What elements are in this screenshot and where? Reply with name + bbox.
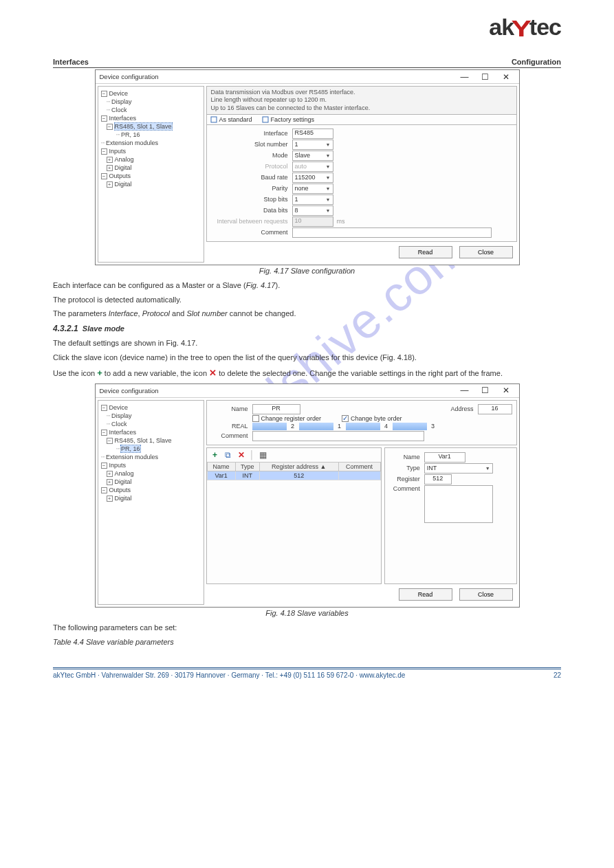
tree-pane[interactable]: −Device ┈ Display ┈ Clock −Interfaces −R… bbox=[98, 400, 204, 605]
tree-display[interactable]: Display bbox=[111, 412, 132, 419]
footer-page-number: 22 bbox=[553, 671, 561, 679]
tree-expand-icon[interactable]: + bbox=[107, 471, 113, 477]
table-row[interactable]: Var1 INT 512 bbox=[207, 471, 380, 480]
tree-rs485[interactable]: RS485, Slot 1, Slave bbox=[115, 437, 172, 444]
tree-interfaces[interactable]: Interfaces bbox=[109, 115, 137, 122]
comment-field[interactable] bbox=[252, 431, 424, 441]
col-comment[interactable]: Comment bbox=[338, 462, 380, 471]
variable-table[interactable]: Name Type Register address ▲ Comment Var… bbox=[207, 462, 381, 480]
tree-collapse-icon[interactable]: − bbox=[101, 173, 107, 179]
as-standard-button[interactable]: As standard bbox=[210, 116, 252, 123]
tree-inputs[interactable]: Inputs bbox=[109, 462, 127, 469]
col-type[interactable]: Type bbox=[235, 462, 259, 471]
tree-expand-icon[interactable]: + bbox=[107, 165, 113, 171]
interval-label: Interval between requests bbox=[211, 218, 292, 225]
parity-select[interactable]: none▼ bbox=[292, 183, 333, 194]
real-label: REAL bbox=[211, 423, 252, 430]
slave-para-3: Use the icon + to add a new variable, th… bbox=[53, 367, 561, 379]
col-register[interactable]: Register address ▲ bbox=[259, 462, 338, 471]
tree-digital[interactable]: Digital bbox=[115, 478, 132, 485]
tree-analog[interactable]: Analog bbox=[115, 156, 134, 163]
tree-inputs[interactable]: Inputs bbox=[109, 148, 127, 155]
tree-collapse-icon[interactable]: − bbox=[101, 91, 107, 97]
tree-collapse-icon[interactable]: − bbox=[101, 148, 107, 155]
close-button[interactable]: ✕ bbox=[497, 386, 515, 396]
plus-icon: + bbox=[97, 368, 102, 378]
grid-button[interactable]: ▦ bbox=[258, 450, 267, 460]
comment-field[interactable] bbox=[292, 227, 492, 238]
interval-unit: ms bbox=[337, 218, 345, 225]
baud-select[interactable]: 115200▼ bbox=[292, 173, 333, 183]
tree-digital[interactable]: Digital bbox=[115, 164, 132, 171]
tree-expand-icon[interactable]: + bbox=[107, 157, 113, 163]
col-name[interactable]: Name bbox=[207, 462, 235, 471]
databits-label: Data bits bbox=[211, 207, 292, 214]
tree-expand-icon[interactable]: + bbox=[107, 479, 113, 485]
tree-collapse-icon[interactable]: − bbox=[107, 124, 113, 130]
read-button[interactable]: Read bbox=[399, 588, 452, 601]
read-button[interactable]: Read bbox=[399, 246, 452, 258]
databits-select[interactable]: 8▼ bbox=[292, 205, 333, 216]
tree-device[interactable]: Device bbox=[109, 90, 129, 97]
var-comment-field[interactable] bbox=[424, 485, 493, 523]
close-button[interactable]: ✕ bbox=[497, 71, 515, 82]
tree-collapse-icon[interactable]: − bbox=[101, 405, 107, 411]
tree-collapse-icon[interactable]: − bbox=[101, 430, 107, 436]
tree-digital-out[interactable]: Digital bbox=[115, 181, 132, 188]
tree-collapse-icon[interactable]: − bbox=[101, 115, 107, 122]
maximize-button[interactable]: ☐ bbox=[476, 71, 494, 82]
tree-pr16-selected[interactable]: PR, 16 bbox=[121, 445, 140, 452]
delete-variable-button[interactable]: ✕ bbox=[237, 450, 246, 460]
tree-outputs[interactable]: Outputs bbox=[109, 487, 131, 493]
tree-device[interactable]: Device bbox=[109, 404, 129, 411]
close-button-footer[interactable]: Close bbox=[459, 246, 513, 258]
tree-pane[interactable]: −Device ┈ Display ┈ Clock −Interfaces −R… bbox=[98, 86, 204, 263]
minimize-button[interactable]: — bbox=[456, 386, 474, 396]
maximize-button[interactable]: ☐ bbox=[476, 386, 494, 396]
change-register-order-checkbox[interactable] bbox=[252, 415, 259, 422]
tree-collapse-icon[interactable]: − bbox=[101, 487, 107, 493]
variable-table-panel: + ⧉ ✕ │ ▦ Name Type Register address ▲ bbox=[206, 447, 382, 584]
var-name-field[interactable]: Var1 bbox=[424, 452, 465, 463]
var-register-field[interactable]: 512 bbox=[424, 474, 452, 485]
logo-ak: ak bbox=[489, 14, 514, 40]
tree-expand-icon[interactable]: + bbox=[107, 496, 113, 502]
var-type-select[interactable]: INT▼ bbox=[424, 463, 493, 474]
tree-clock[interactable]: Clock bbox=[111, 421, 127, 427]
slot-label: Slot number bbox=[211, 141, 292, 148]
change-byte-order-checkbox[interactable] bbox=[342, 415, 349, 422]
interface-form: InterfaceRS485 Slot number1▼ ModeSlave▼ … bbox=[206, 125, 517, 242]
close-button-footer[interactable]: Close bbox=[459, 588, 513, 601]
copy-variable-button[interactable]: ⧉ bbox=[223, 450, 233, 460]
tree-display[interactable]: Display bbox=[111, 98, 132, 105]
slot-select[interactable]: 1▼ bbox=[292, 140, 333, 150]
protocol-label: Protocol bbox=[211, 163, 292, 170]
minimize-button[interactable]: — bbox=[456, 71, 474, 82]
tree-interfaces[interactable]: Interfaces bbox=[109, 429, 137, 436]
mode-select[interactable]: Slave▼ bbox=[292, 151, 333, 161]
tree-clock[interactable]: Clock bbox=[111, 107, 127, 113]
tree-analog[interactable]: Analog bbox=[115, 470, 134, 477]
byte-bar-4 bbox=[346, 423, 380, 430]
logo-tec: tec bbox=[529, 14, 561, 40]
tree-outputs[interactable]: Outputs bbox=[109, 173, 131, 179]
tree-collapse-icon[interactable]: − bbox=[101, 463, 107, 469]
add-variable-button[interactable]: + bbox=[210, 450, 220, 460]
settings-toolbar: As standard Factory settings bbox=[206, 115, 517, 125]
svg-rect-1 bbox=[263, 117, 268, 122]
variable-detail-panel: NameVar1 TypeINT▼ Register512 Comment bbox=[384, 447, 517, 584]
tree-rs485-selected[interactable]: RS485, Slot 1, Slave bbox=[115, 123, 172, 130]
factory-settings-button[interactable]: Factory settings bbox=[262, 116, 315, 123]
variable-toolbar: + ⧉ ✕ │ ▦ bbox=[207, 448, 381, 462]
name-field[interactable]: PR bbox=[252, 404, 300, 414]
tree-ext[interactable]: Extension modules bbox=[106, 454, 158, 460]
tree-expand-icon[interactable]: + bbox=[107, 181, 113, 188]
var-comment-label: Comment bbox=[388, 485, 424, 492]
address-field[interactable]: 16 bbox=[478, 404, 512, 414]
stopbits-select[interactable]: 1▼ bbox=[292, 194, 333, 205]
page-footer: akYtec GmbH · Vahrenwalder Str. 269 · 30… bbox=[53, 669, 561, 681]
tree-digital-out[interactable]: Digital bbox=[115, 495, 132, 502]
tree-ext[interactable]: Extension modules bbox=[106, 140, 158, 146]
tree-collapse-icon[interactable]: − bbox=[107, 438, 113, 444]
tree-pr16[interactable]: PR, 16 bbox=[121, 131, 140, 138]
